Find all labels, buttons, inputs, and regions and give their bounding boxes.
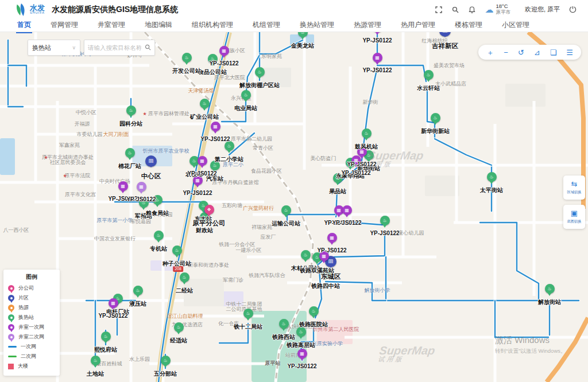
- primary-network-line: [8, 65, 26, 86]
- map-poi-label: 新华街: [363, 99, 378, 106]
- well-secondary-marker-label: YP-JS0122: [104, 196, 179, 202]
- logout-icon[interactable]: [568, 6, 577, 14]
- station-marker-label: 新华街新站: [398, 127, 473, 135]
- well-primary-marker-label: YP-JS0122: [178, 136, 253, 142]
- nav-tab-组织机构管理[interactable]: 组织机构管理: [191, 19, 234, 32]
- legend-line-icon: [8, 356, 17, 357]
- map-poi-label: 八一西小区: [3, 227, 29, 234]
- station-marker-label: 熙悦府站: [68, 346, 143, 354]
- nav-tab-热用户管理[interactable]: 热用户管理: [400, 19, 436, 32]
- map-poi-label: 应发厂: [261, 233, 276, 241]
- station-marker[interactable]: ♨: [91, 356, 100, 365]
- map-canvas[interactable]: 原平实验中学妙祥寺回族小区东明家苑红海棉纺织盛美农贸市场大小武精品店原平北大医院…: [0, 32, 588, 382]
- legend-pin-icon: [8, 285, 14, 291]
- nav-tab-管网管理[interactable]: 管网管理: [49, 19, 79, 32]
- station-marker-label: 矿业公司站: [167, 113, 242, 121]
- fullscreen-icon[interactable]: [435, 6, 443, 14]
- station-marker-label: YP-JS0122: [347, 230, 422, 236]
- map-poi-label: 开福源: [75, 120, 90, 128]
- search-category-value: 换热站: [32, 44, 51, 52]
- search-icon[interactable]: [451, 6, 459, 14]
- zoom-out-button[interactable]: −: [504, 49, 508, 56]
- nav-tab-首页[interactable]: 首页: [16, 19, 32, 33]
- station-marker[interactable]: ♨: [545, 284, 555, 294]
- nav-tab-热源管理[interactable]: 热源管理: [353, 19, 382, 32]
- station-marker[interactable]: ♨: [431, 113, 440, 123]
- government-star-icon: ★: [63, 173, 67, 178]
- government-star-icon: ★: [142, 111, 146, 116]
- weather-cloud-icon: ☁: [485, 5, 493, 15]
- station-marker[interactable]: ♨: [243, 309, 253, 318]
- legend-item: 热源: [8, 303, 55, 313]
- nav-tab-地图编辑[interactable]: 地图编辑: [144, 19, 173, 32]
- station-marker[interactable]: ♨: [281, 205, 291, 215]
- bell-icon[interactable]: [468, 6, 476, 14]
- basemap-switch-button[interactable]: ▣底图切换: [563, 205, 585, 229]
- legend-pin-icon: [8, 305, 14, 311]
- station-marker[interactable]: ♨: [309, 306, 319, 316]
- region-switch-label: 区域切换: [567, 190, 581, 195]
- station-marker[interactable]: ♨: [362, 128, 372, 138]
- station-marker[interactable]: ♨: [200, 99, 210, 108]
- nav-tab-井室管理[interactable]: 井室管理: [96, 19, 126, 32]
- map-search-bar: 换热站 ∨: [28, 40, 155, 56]
- map-poi-label: 中国农业发展银行: [94, 235, 136, 243]
- station-marker[interactable]: ♨: [154, 231, 164, 240]
- station-marker[interactable]: ♨: [126, 106, 136, 115]
- layer-list-button[interactable]: ☰: [566, 49, 573, 56]
- measure-button[interactable]: ⊿: [534, 49, 540, 56]
- station-marker[interactable]: ♨: [125, 148, 135, 158]
- legend-rect-icon: [8, 364, 14, 369]
- legend-item: 井室二次网: [8, 332, 55, 342]
- station-marker[interactable]: ♨: [174, 322, 184, 332]
- station-marker[interactable]: ♨: [241, 90, 251, 100]
- map-toolbar: ＋−↺⊿❏☰: [478, 45, 581, 60]
- well-primary-marker-label: YP-JS0122: [165, 170, 239, 177]
- search-category-select[interactable]: 换热站 ∨: [28, 40, 80, 56]
- chevron-down-icon: ∨: [72, 45, 76, 50]
- well-primary-marker[interactable]: ▦: [211, 122, 220, 131]
- nav-tab-楼栋管理[interactable]: 楼栋管理: [454, 19, 483, 32]
- nav-tab-小区管理[interactable]: 小区管理: [501, 19, 531, 32]
- station-marker[interactable]: ♨: [255, 67, 265, 77]
- well-primary-marker[interactable]: ▦: [327, 233, 337, 243]
- station-marker[interactable]: ♨: [133, 286, 143, 295]
- station-marker-label: 水云轩站: [391, 84, 466, 92]
- map-poi-label: 中悦小区: [76, 109, 96, 116]
- search-input[interactable]: [84, 44, 145, 51]
- well-primary-marker[interactable]: ▦: [297, 349, 307, 358]
- branch-marker[interactable]: ❖: [204, 205, 214, 215]
- station-marker-label: 铁路四中站: [288, 282, 363, 290]
- nav-tab-机组管理[interactable]: 机组管理: [252, 19, 281, 32]
- map-poi-label: 大同刀削面: [103, 131, 129, 138]
- well-primary-marker[interactable]: ▦: [219, 46, 229, 56]
- well-primary-marker[interactable]: ▦: [118, 181, 128, 191]
- well-primary-marker-label: YP-JS0122: [187, 60, 261, 67]
- supermap-watermark: SuperMap 试用版: [378, 345, 436, 362]
- search-magnifier-icon[interactable]: [145, 42, 151, 53]
- well-primary-marker[interactable]: ▦: [373, 53, 382, 63]
- zoom-in-button[interactable]: ＋: [486, 49, 494, 56]
- region-switch-button[interactable]: ⇆区域切换: [563, 176, 585, 200]
- reset-view-button[interactable]: ↺: [518, 49, 524, 56]
- well-primary-marker-label: YP-JS0122: [340, 37, 415, 44]
- shuifa-logo: [15, 3, 28, 17]
- select-area-button[interactable]: ❏: [550, 49, 557, 56]
- station-marker[interactable]: ♨: [161, 356, 171, 365]
- station-marker-label: 铁路西站: [246, 333, 321, 341]
- station-marker[interactable]: ♨: [424, 70, 434, 80]
- brand: 水发 SHUIFA 水发能源盾安供热GIS地理信息系统: [0, 3, 178, 17]
- nav-tab-换热站管理[interactable]: 换热站管理: [299, 19, 335, 32]
- station-marker[interactable]: ♨: [180, 272, 189, 282]
- primary-network-line: [480, 223, 539, 301]
- legend-item: 分公司: [8, 283, 55, 293]
- well-primary-marker[interactable]: ▦: [342, 205, 352, 215]
- station-marker[interactable]: ♨: [225, 141, 234, 151]
- station-marker-label: 铁十二局站: [211, 323, 285, 331]
- station-marker-label: 经适站: [141, 337, 216, 345]
- station-marker[interactable]: ♨: [487, 172, 497, 182]
- main-nav: 首页管网管理井室管理地图编辑组织机构管理机组管理换热站管理热源管理热用户管理楼栋…: [0, 19, 588, 32]
- station-marker[interactable]: ♨: [101, 332, 111, 341]
- well-secondary-marker[interactable]: ▦: [137, 182, 146, 192]
- district-marker-label: 东城区: [293, 272, 368, 281]
